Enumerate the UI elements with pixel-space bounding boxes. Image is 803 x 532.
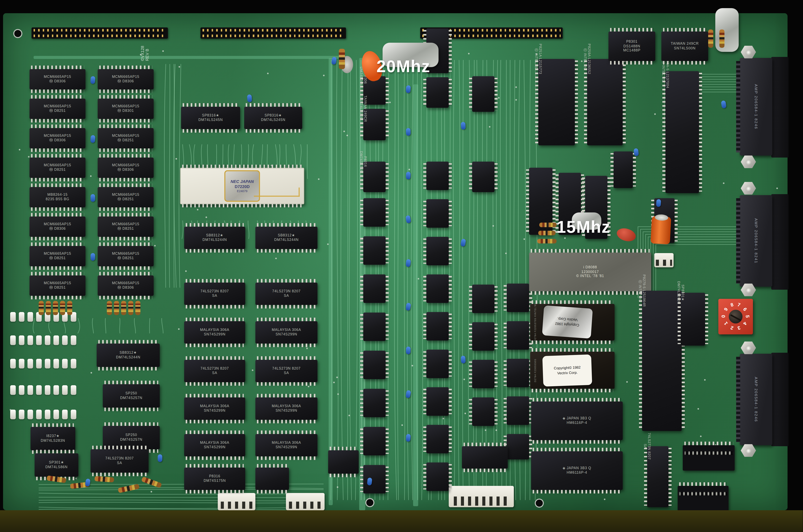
- chip-label: MCM6665AP15Ⓜ D8251: [30, 99, 86, 119]
- chip-label-line: SP250: [125, 392, 137, 396]
- chip-label-line: 74LS273N 8207: [272, 367, 301, 371]
- unpopulated-pad: [36, 385, 42, 395]
- ic-mcm6665ap15: MCM6665AP15Ⓜ D8251: [98, 216, 154, 237]
- bead-capacitor: [461, 356, 466, 363]
- rotary-digit: 8: [730, 302, 734, 308]
- ic-74ls273n-8207: 74LS273N 8207SA: [255, 360, 317, 382]
- sticker-line: Copyright 1982: [555, 322, 579, 327]
- ic-74ls273n-8207: 74LS273N 8207SA: [184, 283, 245, 305]
- chip-label-line: MALAYSIA 306A: [272, 404, 301, 408]
- unpopulated-pad: [19, 312, 25, 322]
- eprom-part-number: D2764 F2305550S: [534, 359, 536, 382]
- resistor: [538, 231, 555, 235]
- unpopulated-pad: [28, 385, 33, 395]
- ic-unmarked: [426, 77, 449, 108]
- ic-malaysia-306a: MALAYSIA 306ASN74S299N: [255, 321, 317, 344]
- chip-label-line: MCM6665AP15: [112, 222, 140, 227]
- chip-label-line: MCM6665AP15: [44, 222, 71, 227]
- resistor: [339, 49, 345, 69]
- chip-label-line: SB8312★: [278, 233, 295, 238]
- chip-label-line: MCM6665AP15: [44, 134, 71, 138]
- chip-label: ◈ JAPAN 3B3 QHM6116P-4: [531, 401, 623, 440]
- gold-trace-icon: [254, 188, 300, 197]
- chip-label-line: 74LS273N 8207: [647, 433, 651, 460]
- empty-ic-socket: [683, 445, 735, 471]
- chip-label: i D808812300017© INTEL '78 '81: [529, 253, 651, 291]
- chip-label-line: Ⓜ D8251: [117, 138, 134, 142]
- chip-label: MCM6665AP15Ⓜ D8251: [98, 216, 154, 237]
- bead-capacitor: [158, 454, 162, 462]
- solder-via: [389, 101, 391, 103]
- bead-capacitor: [90, 76, 95, 84]
- chip-label-line: MCM6665AP15: [44, 104, 71, 109]
- copyright-sticker: Copyright© 1982Vectrix Corp.: [542, 354, 592, 386]
- chip-label: MCM6665AP15Ⓜ D8306: [98, 276, 154, 296]
- ic-unmarked: [507, 321, 529, 350]
- chip-label: MCM6665AP15Ⓜ D8251: [98, 187, 154, 207]
- edge-connector: AMP 206584-1 8246: [740, 58, 772, 155]
- chip-label: 74LS273N 8207SA: [255, 283, 317, 305]
- chip-label-line: MCM6665AP15: [44, 164, 71, 168]
- wire-connector: [286, 493, 325, 510]
- chip-label: SB8312★DM74LS244N: [184, 227, 245, 249]
- chip-label-line: SP8316★: [264, 114, 282, 118]
- chip-label-line: NEC JAPAN: [231, 179, 254, 184]
- ic-mcm6665ap15: MCM6665AP15Ⓜ D8251: [98, 187, 154, 207]
- solder-via: [485, 429, 486, 431]
- circuit-board: MCM6665AP15Ⓜ D8306MCM6665AP15Ⓜ D8251MCM6…: [3, 13, 787, 510]
- solder-via: [489, 126, 490, 128]
- ic-unmarked: [426, 462, 449, 491]
- ic-mcm6665ap15: MCM6665AP15Ⓜ D8251: [30, 276, 86, 296]
- resistor: [121, 301, 126, 315]
- unpopulated-pad: [62, 336, 68, 345]
- ic-mcm6665ap15: MCM6665AP15Ⓜ D8251: [30, 99, 86, 119]
- chip-label: MCM6665AP15Ⓜ D8251: [98, 246, 154, 266]
- chip-label: 74LS273N 8207SA: [255, 360, 317, 382]
- rotary-knob: [729, 310, 743, 324]
- chip-label: TAIWAN 249CRSN74LS04N: [359, 94, 367, 124]
- mounting-hole: [13, 29, 22, 38]
- copyright-sticker: Copyright 1982Vectrix Corp.: [542, 306, 592, 339]
- chip-label: SB8312★DM74LS244N: [97, 344, 160, 367]
- chip-label-line: DM74LS283N: [41, 439, 65, 443]
- ic-unmarked: [363, 313, 386, 341]
- chip-label-line: MB8264-15: [48, 193, 68, 197]
- ic-malaysia-306a: MALAYSIA 306ASN74S299N: [184, 397, 245, 420]
- solder-via: [178, 66, 180, 68]
- chip-label-line: Ⓜ D8306: [117, 286, 134, 290]
- chip-label-line: DM74LS244N: [202, 238, 227, 242]
- sticker-line: Copyright© 1982: [554, 365, 581, 370]
- chip-label: 74LS273N 8207SA: [91, 449, 149, 473]
- chip-label-line: SN74S299N: [204, 408, 225, 413]
- ic-p8259a-l2136552: P8259A L2136552ⓒ INTEL '80: [587, 59, 623, 145]
- chip-label-line: Ⓜ D8251: [117, 256, 134, 261]
- resistor: [39, 301, 44, 315]
- ic-mcm6665ap15: MCM6665AP15Ⓜ D8251: [98, 128, 154, 148]
- chip-label: MCM6665AP15Ⓜ D8301: [98, 99, 154, 119]
- chip-label-line: P8251A L2115773: [538, 44, 542, 74]
- chip-label-line: SN74S299N: [276, 332, 297, 337]
- ic-unmarked: [472, 76, 494, 112]
- chip-label-line: DM74LS393N: [677, 281, 681, 304]
- chip-label-line: SN74S299N: [276, 445, 297, 450]
- unpopulated-pad: [19, 359, 25, 368]
- chip-label-line: SN74S299N: [204, 332, 225, 337]
- ic-sp8301: SP8301★DM74LS393N: [681, 293, 705, 346]
- chip-label-line: Ⓜ D8251: [49, 109, 66, 113]
- rotary-digit: 5: [745, 315, 750, 318]
- chip-label-line: HM6116P-4: [567, 421, 587, 425]
- ic-mcm6665ap15: MCM6665AP15Ⓜ D8251: [30, 246, 86, 266]
- wire-connector: [654, 253, 674, 267]
- chip-label: MCM6665AP15Ⓜ D8306: [30, 69, 86, 90]
- unpopulated-pad: [45, 385, 51, 395]
- annotation-20mhz: 20Mhz: [377, 57, 431, 76]
- ic-mcm6665ap15: MCM6665AP15Ⓜ D8301: [98, 99, 154, 119]
- wire-connector: [218, 493, 255, 510]
- chip-label: P8316DM74S175N: [359, 147, 367, 176]
- chip-label: P8251A L2115773ⓒ INTEL '80: [534, 17, 542, 101]
- chip-label-line: MCM6665AP15: [112, 164, 140, 168]
- rotary-digit: 3: [737, 325, 741, 331]
- rotary-dial-switch: 0123456789: [718, 299, 753, 335]
- ic-sp250: SP250DM74S257N: [103, 384, 160, 407]
- chip-label-line: MALAYSIA 306A: [200, 441, 229, 445]
